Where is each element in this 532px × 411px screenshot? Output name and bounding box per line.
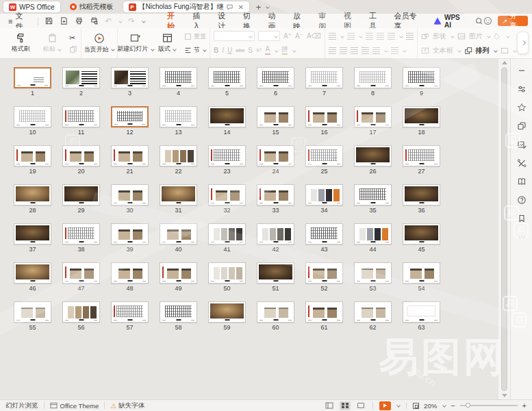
zoom-out-button[interactable]: − bbox=[451, 401, 455, 410]
missing-font-label[interactable]: 缺失字体 bbox=[118, 401, 144, 410]
slide-thumbnail[interactable] bbox=[257, 67, 294, 88]
vertical-scrollbar[interactable] bbox=[498, 59, 510, 399]
slide-thumbnail[interactable] bbox=[208, 145, 246, 166]
comment-bubble-icon[interactable] bbox=[226, 3, 233, 11]
slide-thumbnail[interactable] bbox=[257, 145, 294, 166]
slide-thumbnail[interactable] bbox=[354, 301, 392, 323]
slide-thumbnail[interactable] bbox=[62, 262, 100, 284]
slide-thumbnail[interactable] bbox=[111, 184, 149, 206]
slide-thumbnail[interactable] bbox=[208, 106, 246, 127]
slide-thumbnail[interactable] bbox=[305, 301, 343, 323]
share-button[interactable]: ↗ 分享 bbox=[498, 16, 528, 26]
more-ellipsis-icon[interactable] bbox=[516, 232, 527, 242]
slide-thumbnail[interactable] bbox=[62, 223, 100, 245]
slide-thumbnail[interactable] bbox=[111, 262, 149, 284]
slide-thumbnail[interactable] bbox=[403, 184, 440, 206]
slide-thumbnail[interactable] bbox=[257, 106, 294, 127]
wps-ai-button[interactable]: WPS AI bbox=[433, 14, 468, 29]
zoom-level-label[interactable]: 20% bbox=[424, 402, 437, 410]
format-painter-button[interactable]: 格式刷 bbox=[6, 29, 35, 57]
slide-thumbnail[interactable] bbox=[62, 67, 100, 88]
search-icon[interactable] bbox=[475, 17, 483, 25]
star-favorites-icon[interactable] bbox=[516, 102, 527, 113]
slide-thumbnail[interactable] bbox=[403, 145, 440, 166]
slide-thumbnail[interactable] bbox=[257, 223, 294, 245]
play-from-current-button[interactable]: 当页开始 bbox=[85, 29, 114, 57]
scroll-down-arrow-icon[interactable] bbox=[502, 394, 507, 397]
play-slideshow-button[interactable] bbox=[379, 401, 391, 410]
slide-thumbnail[interactable] bbox=[111, 301, 149, 323]
slide-thumbnail[interactable] bbox=[62, 301, 100, 323]
slide-thumbnail[interactable] bbox=[208, 184, 246, 206]
slide-thumbnail[interactable] bbox=[354, 262, 392, 284]
slide-thumbnail[interactable] bbox=[62, 106, 100, 127]
section-button[interactable]: 节 bbox=[184, 45, 206, 55]
slide-thumbnail[interactable] bbox=[208, 301, 246, 323]
normal-view-button[interactable] bbox=[324, 401, 335, 410]
slide-thumbnail[interactable] bbox=[160, 67, 197, 88]
slide-thumbnail[interactable] bbox=[354, 145, 392, 166]
slide-thumbnail[interactable] bbox=[111, 145, 149, 166]
reading-view-button[interactable] bbox=[355, 401, 366, 410]
slide-thumbnail[interactable] bbox=[305, 184, 343, 206]
print-preview-icon[interactable] bbox=[90, 16, 99, 25]
sorter-view-button[interactable] bbox=[340, 401, 351, 410]
scrollbar-thumb[interactable] bbox=[501, 67, 507, 391]
play-options-dropdown-icon[interactable] bbox=[396, 403, 401, 408]
slide-thumbnail[interactable] bbox=[354, 67, 392, 88]
duplicate-sync-icon[interactable] bbox=[516, 121, 527, 132]
slide-thumbnail[interactable] bbox=[160, 301, 197, 323]
image-edit-icon[interactable] bbox=[516, 139, 527, 150]
zoom-in-button[interactable]: + bbox=[522, 401, 527, 410]
zoom-slider-knob[interactable] bbox=[466, 403, 470, 408]
slide-thumbnail[interactable] bbox=[305, 145, 343, 166]
print-icon[interactable] bbox=[75, 16, 84, 25]
settings-sliders-icon[interactable] bbox=[516, 84, 527, 95]
slide-thumbnail[interactable] bbox=[160, 262, 197, 284]
fit-window-button[interactable] bbox=[413, 403, 419, 409]
slide-thumbnail[interactable] bbox=[257, 184, 294, 206]
slide-thumbnail[interactable] bbox=[111, 223, 149, 245]
slide-thumbnail[interactable] bbox=[62, 184, 100, 206]
quickbar-dropdown-icon[interactable] bbox=[142, 19, 147, 23]
ribbon-expand-button[interactable] bbox=[517, 32, 529, 54]
tab-list-dropdown-icon[interactable] bbox=[266, 5, 270, 9]
slide-thumbnail[interactable] bbox=[160, 223, 197, 245]
zoom-slider[interactable] bbox=[460, 405, 518, 406]
zoom-dropdown-icon[interactable] bbox=[442, 403, 446, 408]
slide-thumbnail[interactable] bbox=[354, 223, 392, 245]
slide-thumbnail[interactable] bbox=[305, 106, 343, 127]
manual-book-icon[interactable] bbox=[516, 176, 527, 187]
tab-docer-template[interactable]: 找稻壳模板 bbox=[64, 1, 119, 12]
slide-thumbnail[interactable] bbox=[111, 67, 149, 88]
slide-thumbnail[interactable] bbox=[403, 67, 440, 88]
slide-thumbnail[interactable] bbox=[305, 223, 343, 245]
slide-thumbnail[interactable] bbox=[14, 145, 51, 166]
slide-thumbnail[interactable] bbox=[160, 145, 197, 166]
slide-thumbnail[interactable] bbox=[403, 106, 440, 127]
slide-thumbnail[interactable] bbox=[208, 223, 246, 245]
slide-thumbnail[interactable] bbox=[305, 262, 343, 284]
export-pdf-icon[interactable] bbox=[60, 16, 68, 25]
slide-thumbnail[interactable] bbox=[160, 184, 197, 206]
collapse-pane-icon[interactable] bbox=[516, 65, 527, 76]
scroll-up-arrow-icon[interactable] bbox=[502, 61, 507, 64]
bookmark-star-icon[interactable] bbox=[516, 213, 527, 224]
slide-thumbnail[interactable] bbox=[208, 67, 246, 88]
slide-thumbnail[interactable] bbox=[111, 106, 149, 127]
theme-label[interactable]: Office Theme bbox=[60, 402, 99, 410]
slide-thumbnail[interactable] bbox=[14, 301, 51, 323]
slide-thumbnail[interactable] bbox=[305, 67, 343, 88]
slide-thumbnail[interactable] bbox=[257, 301, 294, 323]
slide-thumbnail[interactable] bbox=[14, 184, 51, 206]
new-slide-button[interactable]: 新建幻灯片 bbox=[121, 29, 150, 57]
close-tab-icon[interactable]: ✕ bbox=[238, 3, 243, 11]
slide-thumbnail[interactable] bbox=[403, 301, 440, 323]
slide-thumbnail[interactable] bbox=[257, 262, 294, 284]
arrange-label[interactable]: 排列 bbox=[476, 46, 490, 55]
slide-thumbnail[interactable] bbox=[354, 106, 392, 127]
slide-thumbnail[interactable] bbox=[14, 106, 51, 127]
slide-thumbnail[interactable] bbox=[14, 67, 51, 88]
help-icon[interactable] bbox=[516, 195, 527, 206]
slide-layout-button[interactable]: 版式 bbox=[153, 29, 181, 57]
